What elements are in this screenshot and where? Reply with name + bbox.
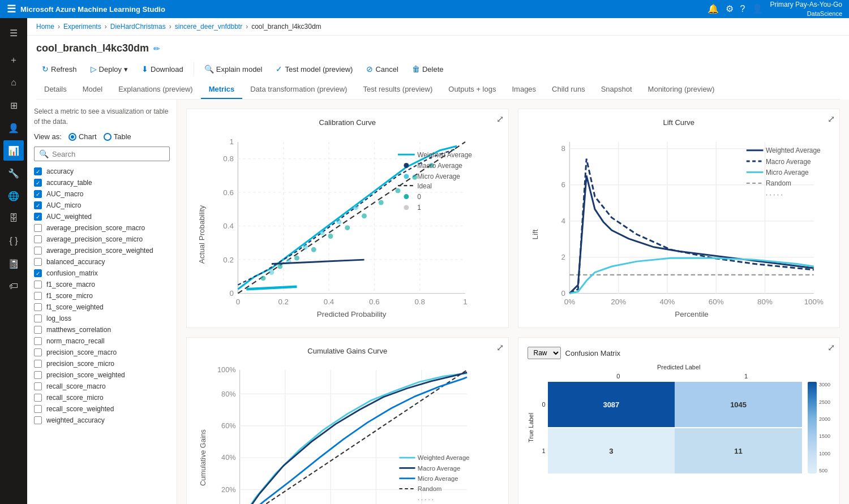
metric-item-f1_score_micro[interactable]: f1_score_micro: [34, 290, 170, 301]
table-radio[interactable]: [104, 133, 112, 141]
explain-model-button[interactable]: 🔍 Explain model: [199, 62, 268, 76]
tab-test-results[interactable]: Test results (preview): [355, 80, 440, 99]
search-input[interactable]: [52, 150, 165, 158]
checkbox-weighted_accuracy[interactable]: [34, 416, 42, 424]
help-icon[interactable]: ?: [740, 4, 745, 14]
metric-item-AUC_macro[interactable]: AUC_macro: [34, 188, 170, 200]
test-model-button[interactable]: ✓ Test model (preview): [270, 62, 358, 76]
tab-data-transformation[interactable]: Data transformation (preview): [242, 80, 355, 99]
sidebar-icon-home[interactable]: ⌂: [3, 72, 24, 93]
metric-item-recall_score_weighted[interactable]: recall_score_weighted: [34, 403, 170, 415]
checkbox-precision_score_macro[interactable]: [34, 348, 42, 356]
metric-item-balanced_accuracy[interactable]: balanced_accuracy: [34, 256, 170, 268]
checkbox-f1_score_macro[interactable]: [34, 281, 42, 288]
expand-confusion-icon[interactable]: ⤢: [827, 342, 835, 353]
metric-item-recall_score_micro[interactable]: recall_score_micro: [34, 392, 170, 403]
svg-text:0.2: 0.2: [223, 256, 234, 264]
metric-item-norm_macro_recall[interactable]: norm_macro_recall: [34, 335, 170, 347]
bell-icon[interactable]: 🔔: [707, 3, 719, 14]
metric-item-recall_score_macro[interactable]: recall_score_macro: [34, 381, 170, 392]
metric-item-average_precision_score_weighted[interactable]: average_precision_score_weighted: [34, 245, 170, 256]
sidebar-icon-grid[interactable]: ⊞: [3, 95, 24, 115]
breadcrumb-sincere-deer[interactable]: sincere_deer_vnfdbbtr: [175, 23, 242, 31]
expand-lift-icon[interactable]: ⤢: [827, 114, 835, 124]
checkbox-AUC_micro[interactable]: [34, 201, 42, 209]
checkbox-balanced_accuracy[interactable]: [34, 258, 42, 266]
tab-explanations[interactable]: Explanations (preview): [110, 80, 201, 99]
chart-radio[interactable]: [68, 133, 76, 141]
raw-select[interactable]: Raw: [528, 347, 561, 359]
metric-item-precision_score_macro[interactable]: precision_score_macro: [34, 347, 170, 358]
chart-radio-label[interactable]: Chart: [68, 132, 97, 141]
metric-item-AUC_micro[interactable]: AUC_micro: [34, 200, 170, 211]
checkbox-norm_macro_recall[interactable]: [34, 337, 42, 345]
tab-monitoring[interactable]: Monitoring (preview): [640, 80, 723, 99]
tab-snapshot[interactable]: Snapshot: [593, 80, 640, 99]
checkbox-AUC_macro[interactable]: [34, 190, 42, 198]
sidebar-icon-tag[interactable]: 🏷: [3, 276, 24, 296]
edit-icon[interactable]: ✏: [153, 44, 160, 53]
checkbox-AUC_weighted[interactable]: [34, 213, 42, 221]
checkbox-average_precision_score_macro[interactable]: [34, 224, 42, 232]
sidebar-icon-tools[interactable]: 🔧: [3, 163, 24, 183]
download-button[interactable]: ⬇ Download: [136, 62, 189, 76]
sidebar-icon-chart[interactable]: 📊: [3, 140, 24, 161]
metric-item-accuracy_table[interactable]: accuracy_table: [34, 177, 170, 188]
metric-item-log_loss[interactable]: log_loss: [34, 313, 170, 324]
breadcrumb-experiments[interactable]: Experiments: [63, 23, 101, 31]
metric-item-precision_score_weighted[interactable]: precision_score_weighted: [34, 369, 170, 381]
expand-calibration-icon[interactable]: ⤢: [496, 114, 504, 124]
checkbox-matthews_correlation[interactable]: [34, 326, 42, 334]
deploy-button[interactable]: ▷ Deploy ▾: [85, 62, 134, 76]
checkbox-accuracy[interactable]: [34, 167, 42, 175]
table-radio-label[interactable]: Table: [104, 132, 131, 141]
refresh-button[interactable]: ↻ Refresh: [36, 62, 83, 76]
confusion-matrix-title: Confusion Matrix: [565, 349, 621, 357]
checkbox-recall_score_weighted[interactable]: [34, 405, 42, 413]
sidebar-icon-notebook[interactable]: 📓: [3, 253, 24, 274]
checkbox-precision_score_weighted[interactable]: [34, 371, 42, 379]
sidebar-icon-person[interactable]: 👤: [3, 118, 24, 138]
tab-images[interactable]: Images: [504, 80, 544, 99]
checkbox-average_precision_score_micro[interactable]: [34, 235, 42, 243]
expand-gains-icon[interactable]: ⤢: [496, 342, 504, 353]
tab-metrics[interactable]: Metrics: [201, 80, 243, 99]
sidebar-icon-add[interactable]: ＋: [3, 50, 24, 70]
tab-child-runs[interactable]: Child runs: [544, 80, 593, 99]
delete-button[interactable]: 🗑 Delete: [406, 62, 449, 76]
metric-item-average_precision_score_macro[interactable]: average_precision_score_macro: [34, 222, 170, 234]
hamburger-icon[interactable]: ☰: [7, 3, 16, 15]
tab-details[interactable]: Details: [36, 80, 75, 99]
metric-item-accuracy[interactable]: accuracy: [34, 166, 170, 177]
tab-model[interactable]: Model: [75, 80, 110, 99]
checkbox-confusion_matrix[interactable]: [34, 269, 42, 277]
deploy-chevron-icon[interactable]: ▾: [124, 65, 128, 74]
metric-item-weighted_accuracy[interactable]: weighted_accuracy: [34, 415, 170, 426]
checkbox-f1_score_weighted[interactable]: [34, 303, 42, 311]
metric-item-AUC_weighted[interactable]: AUC_weighted: [34, 211, 170, 222]
breadcrumb-home[interactable]: Home: [36, 23, 54, 31]
sidebar-icon-storage[interactable]: 🗄: [3, 208, 24, 229]
cancel-button[interactable]: ⊘ Cancel: [361, 62, 404, 76]
checkbox-f1_score_micro[interactable]: [34, 292, 42, 300]
metric-item-confusion_matrix[interactable]: confusion_matrix: [34, 268, 170, 279]
checkbox-recall_score_micro[interactable]: [34, 394, 42, 402]
breadcrumb-diehardchristmas[interactable]: DieHardChristmas: [110, 23, 166, 31]
tab-outputs-logs[interactable]: Outputs + logs: [440, 80, 504, 99]
metric-item-precision_score_micro[interactable]: precision_score_micro: [34, 358, 170, 369]
sidebar-icon-globe[interactable]: 🌐: [3, 186, 24, 206]
svg-text:0: 0: [417, 193, 421, 201]
sidebar-icon-code[interactable]: { }: [3, 231, 24, 251]
metric-item-f1_score_macro[interactable]: f1_score_macro: [34, 279, 170, 290]
checkbox-log_loss[interactable]: [34, 315, 42, 322]
checkbox-average_precision_score_weighted[interactable]: [34, 247, 42, 255]
metric-item-f1_score_weighted[interactable]: f1_score_weighted: [34, 301, 170, 313]
metric-item-average_precision_score_micro[interactable]: average_precision_score_micro: [34, 234, 170, 245]
gear-icon[interactable]: ⚙: [726, 3, 734, 14]
checkbox-accuracy_table[interactable]: [34, 179, 42, 187]
metric-item-matthews_correlation[interactable]: matthews_correlation: [34, 324, 170, 335]
checkbox-recall_score_macro[interactable]: [34, 382, 42, 390]
account-icon[interactable]: 👤: [752, 3, 763, 14]
checkbox-precision_score_micro[interactable]: [34, 360, 42, 368]
sidebar-icon-menu[interactable]: ☰: [3, 23, 24, 43]
